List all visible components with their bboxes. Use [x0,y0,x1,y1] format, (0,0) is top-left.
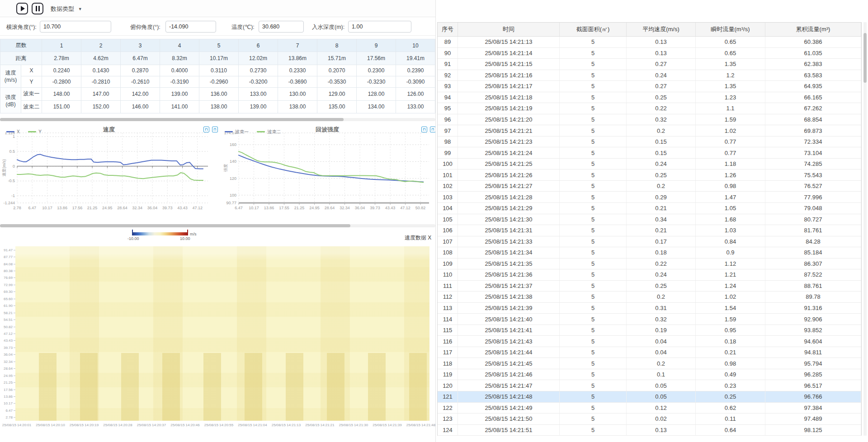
layer-cell: 148.00 [42,88,81,100]
flow-table-row[interactable]: 11825/08/15 14:21:4550.20.9895.794 [438,358,861,369]
flow-table-row[interactable]: 12125/08/15 14:21:4850.050.2596.766 [438,391,861,403]
layer-cell: 151.00 [42,100,81,113]
heatmap-y-tick [14,340,15,341]
flow-table-row[interactable]: 10625/08/15 14:21:3150.211.0381.761 [438,225,861,236]
flow-cell: 98.125 [765,425,861,436]
heatmap-y-tick [14,376,15,376]
layer-cell: 0.1430 [81,65,121,76]
flow-table-row[interactable]: 10025/08/15 14:21:2550.241.1874.285 [438,159,861,170]
layer-cell: -0.2610 [121,76,160,87]
flow-cell: 5 [560,236,627,247]
flow-table-row[interactable]: 9425/08/15 14:21:1850.251.2366.165 [438,92,861,103]
flow-table-row[interactable]: 9025/08/15 14:21:1450.130.6561.035 [438,48,861,59]
flow-cell: 5 [560,281,627,292]
flow-table-row[interactable]: 10325/08/15 14:21:2850.291.4777.996 [438,192,861,203]
flow-table-row[interactable]: 11325/08/15 14:21:3950.311.5491.316 [438,303,861,314]
heatmap-y-label: 36.04 [1,353,13,357]
flow-cell: 0.13 [627,425,696,436]
flow-cell: 119 [438,369,458,380]
flow-table-row[interactable]: 9925/08/15 14:21:2450.150.7773.104 [438,147,861,159]
flow-cell: 84.28 [765,236,861,247]
flow-cell: 5 [560,203,627,214]
flow-column-header[interactable]: 累积流量(m³) [765,23,861,36]
play-button[interactable] [16,3,28,14]
flow-column-header[interactable]: 截面面积(㎡) [560,23,627,36]
flow-table-row[interactable]: 12025/08/15 14:21:4750.050.2396.517 [438,380,861,391]
y-tick-label: 174.07 [224,132,236,135]
data-type-dropdown[interactable]: 数据类型 ▼ [51,5,82,13]
layer-table-hscrollbar[interactable] [0,118,435,121]
heatmap-y-label: 24.95 [1,374,13,378]
roll-angle-input[interactable] [40,21,111,33]
heatmap-y-tick [14,348,15,348]
flow-table-row[interactable]: 11025/08/15 14:21:3650.241.2187.522 [438,269,861,281]
flow-table-vscrollbar[interactable] [863,22,867,436]
layer-cell: 4.62m [81,52,121,65]
flow-table-row[interactable]: 10125/08/15 14:21:2650.251.2675.543 [438,169,861,181]
flow-table-row[interactable]: 11125/08/15 14:21:3750.251.2488.761 [438,281,861,292]
flow-table-row[interactable]: 8925/08/15 14:21:1350.130.6560.386 [438,37,861,48]
flow-table-row[interactable]: 9325/08/15 14:21:1750.271.3564.935 [438,81,861,92]
flow-cell: 0.04 [627,347,696,358]
charts-hscrollbar[interactable] [0,224,435,227]
x-tick-label: 39.73 [162,206,173,210]
flow-cell: 5 [560,114,627,125]
flow-table-row[interactable]: 12325/08/15 14:21:5050.020.1197.489 [438,414,861,425]
flow-cell: 5 [560,147,627,158]
flow-cell: 25/08/15 14:21:49 [458,403,560,414]
flow-cell: 97.489 [765,414,861,424]
x-tick-label: 36.04 [147,206,158,210]
flow-cell: 0.11 [696,414,765,424]
flow-table-row[interactable]: 11425/08/15 14:21:4050.321.5992.906 [438,314,861,325]
flow-table-row[interactable]: 11925/08/15 14:21:4650.10.4996.285 [438,369,861,381]
layer-cell: 17.56m [357,52,396,65]
flow-cell: 89 [438,37,458,47]
heatmap-x-label: 25/08/15 14:20:19 [70,423,99,427]
water-depth-input[interactable] [348,21,411,33]
flow-table-row[interactable]: 10525/08/15 14:21:3050.341.6880.727 [438,214,861,226]
flow-table-row[interactable]: 9225/08/15 14:21:1650.241.263.583 [438,70,861,81]
flow-table-row[interactable]: 11225/08/15 14:21:3850.21.0289.78 [438,292,861,303]
flow-table-row[interactable]: 12425/08/15 14:21:5150.130.6498.125 [438,425,861,436]
x-tick-label: 43.43 [385,206,396,210]
flow-cell: 0.2 [627,181,696,192]
flow-table-row[interactable]: 10825/08/15 14:21:3450.180.985.184 [438,247,861,259]
flow-table-row[interactable]: 9125/08/15 14:21:1550.271.3562.383 [438,59,861,70]
flow-cell: 76.527 [765,181,861,192]
flow-cell: 121 [438,391,458,402]
flow-column-header[interactable]: 瞬时流量(m³/s) [696,23,765,36]
pause-button[interactable] [32,3,43,14]
layer-cell: 0.2070 [317,65,357,76]
flow-cell: 5 [560,181,627,192]
flow-cell: 0.23 [696,380,765,391]
heatmap-y-label: 6.47 [1,409,13,413]
flow-cell: 1.24 [696,281,765,292]
flow-column-header[interactable]: 序号 [438,23,458,36]
layer-cell: 146.00 [121,100,160,113]
flow-table-row[interactable]: 11725/08/15 14:21:4450.040.2194.811 [438,347,861,358]
heatmap-x-label: 25/08/15 14:21:39 [373,423,402,427]
flow-cell: 5 [560,192,627,202]
flow-table-row[interactable]: 10425/08/15 14:21:2950.211.0579.048 [438,203,861,214]
flow-cell: 96.285 [765,369,861,380]
flow-table-row[interactable]: 11625/08/15 14:21:4350.040.1894.604 [438,336,861,347]
flow-table-row[interactable]: 12225/08/15 14:21:4950.120.6297.384 [438,403,861,414]
flow-table-row[interactable]: 10725/08/15 14:21:3350.170.8484.28 [438,236,861,248]
flow-table-row[interactable]: 9825/08/15 14:21:2350.150.7772.334 [438,136,861,148]
flow-table-row[interactable]: 9725/08/15 14:21:2150.21.0269.873 [438,125,861,136]
temperature-input[interactable] [259,21,304,33]
heatmap-x-label: 25/08/15 14:20:46 [170,423,200,427]
flow-column-header[interactable]: 时间 [458,23,560,36]
flow-cell: 0.24 [627,269,696,280]
flow-table-row[interactable]: 9525/08/15 14:21:1950.221.167.262 [438,103,861,114]
flow-table-row[interactable]: 10925/08/15 14:21:3550.221.1286.307 [438,259,861,270]
flow-cell: 123 [438,414,458,424]
flow-column-header[interactable]: 平均速度(m/s) [627,23,696,36]
pitch-angle-input[interactable] [165,21,216,33]
flow-table-row[interactable]: 9625/08/15 14:21:2050.321.5968.854 [438,114,861,126]
flow-table-row[interactable]: 11525/08/15 14:21:4150.190.9593.852 [438,325,861,336]
flow-cell: 81.761 [765,225,861,236]
flow-cell: 25/08/15 14:21:50 [458,414,560,424]
flow-table-row[interactable]: 10225/08/15 14:21:2750.20.9876.527 [438,181,861,192]
flow-cell: 122 [438,403,458,414]
